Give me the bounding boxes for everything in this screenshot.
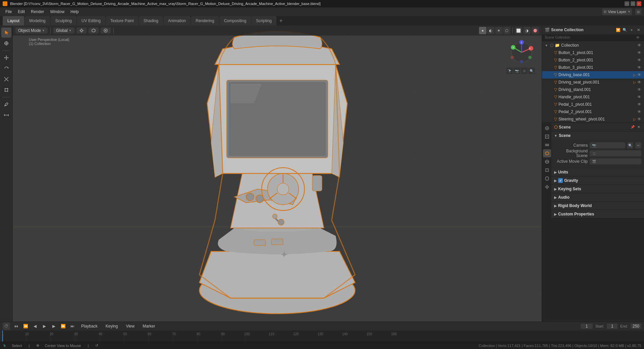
scene-section-header[interactable]: ▼ Scene [551,132,644,140]
item-visibility-toggle[interactable]: 👁 [637,117,641,121]
list-item[interactable]: ▽ Pedal_1_pivot.001 👁 [542,101,644,108]
viewport[interactable]: Object Mode ▼ Global ▼ [13,26,542,321]
xray-toggle[interactable]: ⬜ [515,27,522,34]
item-visibility-toggle[interactable]: 👁 [637,72,641,77]
wireframe-display-btn[interactable]: ⬡ [503,27,511,34]
prop-pin-btn[interactable]: 📌 [630,124,635,130]
move-tool-button[interactable] [1,53,11,63]
overlay-toggle[interactable]: ◑ [523,27,531,34]
list-item[interactable]: ▽ Button_1_pivot.001 👁 [542,49,644,56]
tab-uv-editing[interactable]: UV Editing [77,16,105,26]
scale-tool-button[interactable] [1,74,11,84]
viewport-mode-selector[interactable]: Object Mode ▼ [15,28,48,34]
timeline-keying-menu[interactable]: Keying [103,322,121,330]
list-item[interactable]: ▽ Button_3_pivot.001 👁 [542,64,644,71]
next-frame-btn[interactable]: ▶ [50,323,57,330]
search-scene-btn[interactable]: 🔍 [528,67,535,74]
render-properties-icon[interactable] [543,124,551,132]
keying-section-header[interactable]: ▶ Keying Sets [551,185,644,193]
engine-selector[interactable]: ⚙ View Layer ▼ [602,8,632,15]
modifier-properties-icon[interactable] [543,174,551,183]
collection-eye-toggle[interactable]: 👁 [637,43,641,48]
sc-filter-btn[interactable]: 🔽 [615,27,621,33]
item-visibility-toggle[interactable]: 👁 [637,87,641,92]
maximize-button[interactable]: □ [631,1,635,6]
proportional-editing[interactable] [101,28,111,34]
view-layer-properties-icon[interactable] [543,141,551,149]
tab-compositing[interactable]: Compositing [219,16,251,26]
end-frame-input[interactable]: 250 [631,323,641,329]
prev-keyframe-btn[interactable]: ⏪ [22,323,29,330]
collection-root[interactable]: ▼ ⬡ 📁 Collection 👁 [542,42,644,49]
menu-render[interactable]: Render [28,8,47,15]
list-item[interactable]: ▽ Button_2_pivot.001 👁 [542,56,644,64]
timeline-view-menu[interactable]: View [123,322,137,330]
item-visibility-toggle[interactable]: 👁 [637,95,641,99]
prev-frame-btn[interactable]: ◀ [32,323,38,330]
add-workspace-tab[interactable]: + [277,16,285,26]
window-controls[interactable]: ─ □ ✕ [625,1,641,6]
sc-add-btn[interactable]: + [629,27,635,33]
list-item[interactable]: ▽ Handle_pivot.001 👁 [542,93,644,101]
sc-search-btn[interactable]: 🔍 [622,27,628,33]
list-item[interactable]: ▽ Driving_seat_pivot.001 ▷ 👁 [542,79,644,86]
movie-clip-value[interactable]: 🎬 [590,158,641,164]
jump-end-btn[interactable]: ⏭ [69,323,76,330]
tab-animation[interactable]: Animation [163,16,191,26]
tab-layout[interactable]: Layout [3,16,24,26]
minimize-button[interactable]: ─ [625,1,629,6]
tab-shading[interactable]: Shading [139,16,163,26]
transform-tool-button[interactable] [1,85,11,95]
item-visibility-toggle[interactable]: 👁 [637,102,641,107]
prop-close-btn[interactable]: ✕ [636,124,641,130]
gizmo-toggle[interactable]: 🎯 [532,27,539,34]
object-properties-icon[interactable] [543,166,551,174]
tab-texture-paint[interactable]: Texture Paint [106,16,139,26]
tab-rendering[interactable]: Rendering [191,16,219,26]
item-visibility-toggle[interactable]: 👁 [637,109,641,114]
timeline-type-selector[interactable]: ⏱ [3,322,10,330]
pivot-point-selector[interactable] [76,28,87,34]
close-button[interactable]: ✕ [637,1,641,6]
gravity-section-header[interactable]: ▶ ✓ Gravity [551,177,644,185]
bg-scene-value[interactable]: ⬡ [590,150,641,156]
jump-start-btn[interactable]: ⏮ [13,323,19,330]
solid-display-btn[interactable]: ● [479,27,486,34]
tab-sculpting[interactable]: Sculpting [51,16,76,26]
list-item-selected[interactable]: ▽ Driving_base.001 ▷ 👁 [542,71,644,79]
camera-browse-btn[interactable]: 🔍 [627,142,633,148]
list-item[interactable]: ▽ Driving_stand.001 👁 [542,86,644,93]
viewport-view-selector[interactable]: Global ▼ [53,28,74,34]
next-keyframe-btn[interactable]: ⏩ [60,323,66,330]
timeline-marker-menu[interactable]: Marker [140,322,158,330]
perspective-toggle-btn[interactable]: 🔭 [506,67,513,74]
list-item[interactable]: ▽ Pedal_2_pivot.001 👁 [542,108,644,115]
scene-properties-icon[interactable] [543,149,551,157]
sc-collapse-btn[interactable]: ✕ [635,27,641,33]
output-properties-icon[interactable] [543,133,551,141]
snap-selector[interactable] [89,28,99,34]
rigid-body-section-header[interactable]: ▶ Rigid Body World [551,202,644,210]
world-properties-icon[interactable] [543,158,551,166]
item-visibility-toggle[interactable]: 👁 [637,58,641,62]
annotate-tool-button[interactable] [1,99,11,109]
current-frame-input[interactable]: 1 [581,323,593,329]
timeline-body[interactable]: 1 10 20 30 40 50 60 70 80 90 100 110 120… [0,331,644,342]
menu-edit[interactable]: Edit [15,8,28,15]
gravity-enabled-checkbox[interactable]: ✓ [558,178,563,183]
list-item[interactable]: ▽ Steering_wheel_pivot.001 ▷ 👁 [542,115,644,122]
select-tool-button[interactable] [1,28,11,38]
viewport-gizmo[interactable]: X Y Z [508,39,535,66]
item-visibility-toggle[interactable]: 👁 [637,80,641,85]
orbit-btn[interactable]: ⊙ [521,67,528,74]
audio-section-header[interactable]: ▶ Audio [551,193,644,201]
menu-file[interactable]: File [3,8,14,15]
physics-properties-icon[interactable] [543,183,551,191]
layout-icon[interactable]: ⊞ [635,9,641,15]
play-btn[interactable]: ▶ [41,323,48,330]
cursor-tool-button[interactable] [1,38,11,48]
item-visibility-toggle[interactable]: 👁 [637,50,641,55]
render-display-btn[interactable]: ☀ [495,27,502,34]
menu-help[interactable]: Help [68,8,82,15]
material-display-btn[interactable]: ◐ [487,27,494,34]
